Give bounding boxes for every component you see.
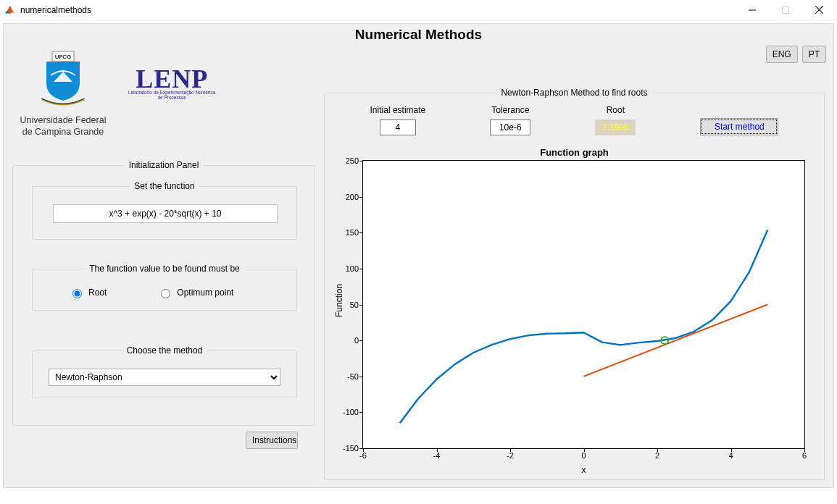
instructions-button[interactable]: Instructions	[246, 432, 298, 449]
ytick-label: -100	[343, 408, 359, 416]
ufcg-tag-text: UFCG	[55, 54, 72, 60]
ytick-label: -50	[347, 372, 359, 381]
choose-method-title: Choose the method	[122, 345, 207, 356]
radio-optimum-text: Optimum point	[177, 287, 233, 298]
window-minimize-button[interactable]	[736, 0, 769, 20]
window-controls	[736, 0, 836, 20]
ytick-label: 200	[346, 193, 359, 201]
xtick-label: -6	[359, 451, 367, 460]
init-panel-title: Initialization Panel	[125, 160, 204, 170]
initial-estimate-label: Initial estimate	[370, 105, 426, 115]
tolerance-label: Tolerance	[491, 105, 529, 115]
chart-title: Function graph	[335, 147, 814, 158]
window-maximize-button[interactable]	[769, 0, 802, 20]
initial-estimate-input[interactable]	[380, 119, 416, 135]
lang-eng-button[interactable]: ENG	[766, 46, 798, 63]
ytick-label: 150	[346, 228, 359, 237]
ufcg-line2: de Campina Grande	[20, 127, 107, 138]
method-panel-title: Newton-Raphson Method to find roots	[496, 88, 651, 98]
radio-optimum[interactable]	[161, 289, 170, 298]
set-function-title: Set the function	[130, 181, 199, 191]
lenp-logo-text: LENP	[136, 66, 208, 92]
radio-optimum-label[interactable]: Optimum point	[157, 287, 233, 298]
matlab-icon	[4, 4, 16, 16]
value-type-box: The function value to be found must be R…	[32, 269, 297, 311]
initialization-panel: Initialization Panel Set the function Th…	[12, 165, 315, 426]
window-title: numericalmethods	[20, 5, 91, 15]
xtick-label: 2	[655, 451, 659, 460]
ufcg-logo: UFCG Universidade Federal de Campina Gra…	[20, 50, 107, 138]
start-method-button[interactable]: Start method	[700, 118, 778, 135]
lenp-logo: LENP Laboratório de Experimentação Numér…	[128, 66, 215, 100]
window-titlebar: numericalmethods	[0, 0, 837, 20]
radio-root[interactable]	[72, 289, 82, 298]
root-label: Root	[607, 105, 625, 115]
ytick-label: 50	[350, 301, 359, 309]
xtick-label: -2	[507, 451, 514, 460]
set-function-box: Set the function	[32, 186, 297, 240]
tolerance-input[interactable]	[490, 119, 530, 135]
xtick-label: 6	[802, 451, 807, 460]
series-tangent	[584, 305, 768, 377]
main-panel: Numerical Methods ENG PT UFCG Universida…	[3, 23, 834, 488]
ytick-label: 0	[354, 336, 359, 345]
chart-xlabel: x	[362, 465, 805, 475]
method-select[interactable]: Newton-Raphson	[49, 369, 280, 386]
plot-area: -150-100-50050100150200250-6-4-20246	[362, 160, 805, 449]
root-display: 2.1995	[595, 119, 636, 135]
ytick-label: 100	[346, 264, 359, 273]
value-type-title: The function value to be found must be	[85, 264, 243, 274]
method-panel: Newton-Raphson Method to find roots Init…	[324, 93, 825, 480]
chart-ylabel: Function	[333, 151, 345, 449]
lenp-sub2: de Processos	[128, 96, 215, 101]
svg-rect-1	[783, 7, 789, 13]
ytick-label: 250	[346, 156, 359, 165]
xtick-label: 0	[581, 451, 586, 460]
window-close-button[interactable]	[802, 0, 836, 20]
xtick-label: 4	[728, 451, 733, 460]
ytick-label: -150	[343, 444, 359, 453]
choose-method-box: Choose the method Newton-Raphson	[32, 350, 297, 398]
app-title: Numerical Methods	[4, 27, 833, 43]
xtick-label: -4	[433, 451, 441, 460]
chart: Function graph Function x -150-100-50050…	[335, 151, 814, 472]
lang-pt-button[interactable]: PT	[802, 46, 826, 63]
function-input[interactable]	[53, 204, 278, 223]
ufcg-line1: Universidade Federal	[20, 115, 107, 127]
radio-root-text: Root	[88, 287, 107, 298]
radio-root-label[interactable]: Root	[69, 287, 107, 298]
logos-area: UFCG Universidade Federal de Campina Gra…	[12, 44, 244, 138]
